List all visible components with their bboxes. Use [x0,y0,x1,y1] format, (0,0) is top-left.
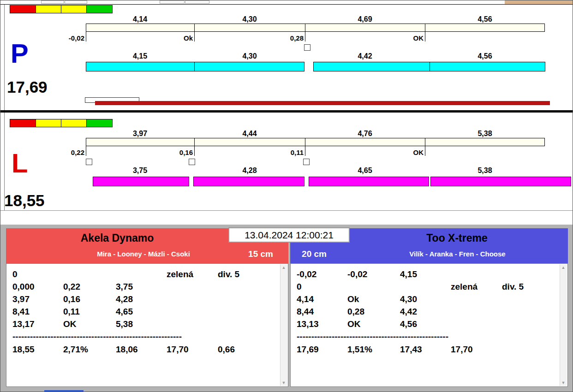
result-cell: 3,75 [116,282,133,292]
gate-label: 0,16 [152,148,193,156]
scrollbar[interactable]: ▲ ▼ [280,264,287,386]
summary-cell: 2,71% [63,344,88,355]
datetime-display: 13.04.2024 12:00:21 [228,227,350,243]
gate-label: -0,02 [44,34,84,42]
summary-cell: 1,51% [347,344,372,355]
lane-divider [0,110,573,113]
status-light-4-l [86,119,113,127]
window-fragment[interactable] [185,0,209,4]
track-divider [194,138,195,146]
summary-cell: 17,69 [297,344,319,355]
scroll-down-icon[interactable]: ▼ [560,380,567,386]
gate-checkbox-l[interactable] [86,159,92,165]
result-cell: 0,22 [63,282,80,292]
team-left-results: 0 zelená div. 5 0,000 0,22 3,75 3,97 0,1… [6,263,288,387]
result-cell: 13,17 [12,319,35,329]
summary-cell: 17,70 [451,344,473,355]
summary-cell: 18,06 [116,344,138,355]
result-cell: -0,02 [297,269,316,279]
split-bar-p-4 [430,62,545,71]
status-light-2-l [36,119,62,127]
result-cell: 4,65 [116,307,133,317]
split-value: 3,97 [86,130,194,138]
gate-label: 0,22 [44,148,84,156]
gate-tick [194,146,195,156]
gate-tick [425,146,425,156]
gate-tick [194,32,195,42]
gate-label: OK [383,34,424,42]
gate-checkbox-l[interactable] [303,159,310,165]
split-values-bottom-p: 4,15 4,30 4,42 4,56 [86,52,545,60]
desktop-fragment [505,0,573,4]
split-bar-p-2 [194,62,304,71]
section-separator [0,210,573,211]
result-cell: Ok [347,294,359,304]
result-cell: 4,15 [400,269,417,279]
lane-letter-l: L [12,150,28,177]
track-divider [425,138,425,146]
split-value: 4,56 [425,15,545,24]
team-left-name: Akela Dynamo [6,232,228,244]
scroll-down-icon[interactable]: ▼ [281,380,287,386]
gate-label: 0,11 [263,148,304,156]
split-value: 4,30 [194,15,305,24]
split-bar-p-3 [313,62,430,71]
result-cell: div. 5 [218,269,239,279]
window-fragment[interactable] [41,0,64,4]
status-light-1-l [10,119,36,127]
result-cell: 4,30 [400,294,417,304]
split-value: 4,56 [425,52,545,60]
split-value: 4,65 [305,166,425,175]
team-right-members: Vilík - Aranka - Fren - Choose [346,250,569,258]
scroll-up-icon[interactable]: ▲ [281,264,287,271]
result-cell: 4,14 [297,294,314,304]
status-light-1-p [10,5,36,13]
split-bar-p-1 [86,62,195,71]
scroll-up-icon[interactable]: ▲ [560,264,567,271]
split-bar-l-3 [309,177,429,186]
result-cell: zelená [451,282,478,292]
result-cell: 0,11 [63,307,80,317]
split-bar-l-4 [430,177,571,186]
gate-checkbox-l[interactable] [189,159,195,165]
split-value: 5,38 [425,130,545,138]
split-value: 3,75 [86,166,194,175]
window-frame-top [0,4,573,5]
window-fragment[interactable] [65,0,87,4]
result-cell: 4,28 [116,294,133,304]
status-light-3-p [61,5,87,13]
split-value: 4,14 [86,15,194,24]
split-values-bottom-l: 3,75 4,28 4,65 5,38 [86,166,545,175]
scrollbar[interactable]: ▲ ▼ [560,264,567,386]
lane-letter-p: P [11,40,29,67]
result-cell: 0,16 [63,294,80,304]
gate-tick [425,32,425,42]
split-bar-l-1 [93,177,189,186]
summary-cell: 17,43 [400,344,422,355]
track-divider [194,24,195,31]
gate-tick [305,146,305,156]
result-cell: 8,41 [12,307,30,317]
result-cell: 0 [12,269,18,279]
split-value: 4,15 [86,52,194,60]
result-cell: -0,02 [347,269,367,279]
result-cell: div. 5 [502,282,524,292]
window-fragment[interactable] [160,0,185,4]
lane-total-p: 17,69 [7,78,48,96]
team-right-category: 20 cm [293,249,335,259]
result-cell: zelená [167,269,193,279]
taskbar-fragment[interactable] [44,390,84,392]
gate-checkbox-p[interactable] [304,44,310,51]
timing-app-window: 4,14 4,30 4,69 4,56 -0,02 Ok 0,28 OK 4,1… [0,0,573,392]
track-divider [425,24,425,31]
split-value: 4,42 [305,52,425,60]
window-frame-left [4,5,5,210]
result-cell: 0 [297,282,302,292]
team-left-category: 15 cm [239,249,282,259]
status-light-3-l [61,119,87,127]
split-bar-l-2 [193,177,304,186]
team-right-results: -0,02 -0,02 4,15 0 zelená div. 5 4,14 Ok… [290,263,568,387]
separator-line: ----------------------------------------… [12,332,182,342]
summary-cell: 17,70 [167,344,189,355]
team-left-members: Mira - Looney - Mázli - Csoki [19,250,268,258]
